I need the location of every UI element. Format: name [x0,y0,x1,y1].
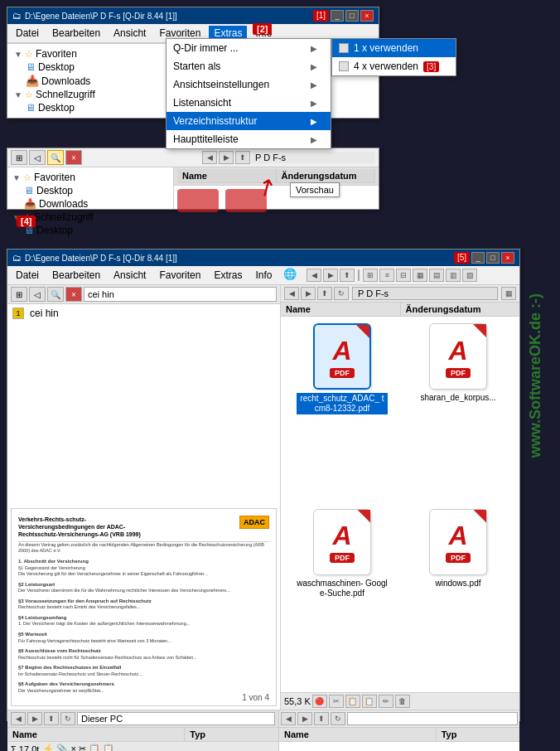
main-view-1[interactable]: ⊞ [363,269,378,282]
bl-name-header: Name [7,728,185,741]
dropdown-arrow-1: ▶ [311,62,317,71]
br-nav-4[interactable]: ↻ [331,712,345,725]
menu-ansicht[interactable]: Ansicht [109,26,151,41]
title-controls-top: [1] _ □ × [313,10,374,22]
main-view-7[interactable]: ▧ [462,269,477,282]
file-item-3[interactable]: A PDF windows.pdf [403,509,513,686]
maximize-btn-main[interactable]: □ [486,252,500,264]
menu-datei[interactable]: Datei [11,26,44,41]
mid-tree-downloads[interactable]: 📥 Downloads [11,197,170,211]
acrobat-symbol-2: A [332,521,351,551]
submenu-4x[interactable]: 4 x verwenden [3] [332,57,456,75]
tree-label-schnell: Schnellzugriff [36,89,95,100]
bl-sum-label: Σ 17 0t [11,744,39,752]
file-item-1[interactable]: A PDF sharan_de_korpus... [403,323,513,502]
title-text-main: 🗂 D:\Egene Dateien\P D F-s [Q-Dir 8.44 [… [12,253,177,263]
file-btn-1[interactable]: 🔴 [312,695,327,708]
main-nav-3[interactable]: ⬆ [340,269,355,282]
expand-arrow-2: ▼ [14,90,22,99]
main-menu-ansicht[interactable]: Ansicht [109,268,151,283]
close-btn-main[interactable]: × [501,252,514,264]
mid-tree-favoriten[interactable]: ▼ ☆ Favoriten [11,171,170,184]
main-menu-info[interactable]: Info [250,268,277,283]
file-btn-rename[interactable]: ✏ [379,695,393,708]
minimize-btn-top[interactable]: _ [331,10,344,22]
title-bar-main: 🗂 D:\Egene Dateien\P D F-s [Q-Dir 8.44 [… [7,250,519,266]
lt-back-btn[interactable]: ◁ [29,287,46,302]
br-nav-1[interactable]: ◀ [281,712,296,725]
dropdown-haupttitel[interactable]: Haupttitelleiste ▶ [167,130,331,148]
main-view-3[interactable]: ⊟ [396,269,411,282]
main-nav-2[interactable]: ▶ [323,269,338,282]
main-view-6[interactable]: ▥ [446,269,461,282]
maximize-btn-top[interactable]: □ [345,10,359,22]
file-item-2[interactable]: A PDF waschmaschinen- Google-Suche.pdf [287,509,397,686]
pdf-corner-2 [357,510,370,523]
pdf-icon-0: A PDF [313,323,371,390]
bl-nav-1[interactable]: ◀ [11,712,26,725]
main-menu-extras[interactable]: Extras [209,268,247,283]
main-menu-favoriten[interactable]: Favoriten [154,268,205,283]
nav-up-btn[interactable]: ⬆ [235,151,250,164]
main-view-2[interactable]: ≡ [379,269,394,282]
right-nav-refresh[interactable]: ↻ [334,287,349,300]
bl-nav-4[interactable]: ↻ [60,712,75,725]
tree-label-desktop-1: Desktop [38,61,75,73]
search-input[interactable] [84,287,277,302]
br-nav-3[interactable]: ⬆ [314,712,329,725]
pdf-corner-0 [356,325,369,338]
dropdown-listenansicht[interactable]: Listenansicht ▶ [167,94,331,112]
left-tree-1[interactable]: 1 cei hin [9,306,278,321]
main-menu-datei[interactable]: Datei [11,268,44,283]
dropdown-starten-als[interactable]: Starten als ▶ [167,57,331,75]
bl-nav-2[interactable]: ▶ [27,712,42,725]
bl-nav-3[interactable]: ⬆ [44,712,59,725]
mid-desktop-label: Desktop [36,185,73,196]
right-nav-back[interactable]: ◀ [284,287,299,300]
nav-fwd-btn[interactable]: ▶ [219,151,234,164]
desktop-folder-icon-1: 🖥 [26,61,36,73]
nav-back-btn[interactable]: ◀ [202,151,217,164]
mid-schnell-label: Schnellzugriff [34,211,94,223]
lt-close-btn[interactable]: × [65,287,82,302]
tb-search-btn[interactable]: 🔍 [47,150,64,165]
middle-tree: ▼ ☆ Favoriten 🖥 Desktop 📥 Downloads ▼ ☆ … [7,167,173,209]
tb-grid-btn[interactable]: ⊞ [11,150,27,165]
dropdown-qdir-immer[interactable]: Q-Dir immer ... ▶ [167,39,331,57]
file-btn-delete[interactable]: 🗑 [395,695,410,708]
tb-back-btn[interactable]: ◁ [29,150,46,165]
submenu-check-1x [339,43,349,53]
right-view-btn[interactable]: ▦ [501,287,516,300]
lt-grid-btn[interactable]: ⊞ [11,287,27,302]
title-label-main: D:\Egene Dateien\P D F-s [Q-Dir 8.44 [1]… [25,254,177,263]
lt-search-btn[interactable]: 🔍 [47,287,64,302]
right-nav-fwd[interactable]: ▶ [301,287,316,300]
minimize-btn-main[interactable]: _ [471,252,485,264]
menu-bearbeiten[interactable]: Bearbeiten [47,26,105,41]
num-label-5: [5] [454,252,470,264]
close-btn-top[interactable]: × [360,10,374,22]
file-btn-copy[interactable]: 📋 [345,695,360,708]
file-btn-paste[interactable]: 📋 [362,695,377,708]
right-nav-up[interactable]: ⬆ [317,287,332,300]
submenu-1x[interactable]: 1 x verwenden [332,39,456,57]
main-view-4[interactable]: ▦ [413,269,427,282]
dropdown-verzeichnis[interactable]: Verzeichnisstruktur ▶ [167,112,331,130]
bottom-left-toolbar: ◀ ▶ ⬆ ↻ Dieser PC [7,710,278,728]
mid-file-1[interactable] [177,189,219,212]
file-size-label: 55,3 K [284,696,311,706]
file-name-2: waschmaschinen- Google-Suche.pdf [297,579,388,598]
main-menu-bearbeiten[interactable]: Bearbeiten [47,268,105,283]
num-label-3: [3] [423,61,439,72]
bottom-panels: ◀ ▶ ⬆ ↻ Dieser PC Name Typ Σ 17 0t ⚡ 📎 ×… [7,710,519,751]
label-4-badge: [4] [17,216,36,227]
main-nav-1[interactable]: ◀ [307,269,321,282]
submenu-check-4x [339,61,349,71]
tb-close-btn[interactable]: × [65,150,82,165]
mid-tree-desktop[interactable]: 🖥 Desktop [11,184,170,197]
file-btn-scissors[interactable]: ✂ [329,695,344,708]
br-nav-2[interactable]: ▶ [297,712,312,725]
file-item-0[interactable]: A PDF recht_schutz_ADAC_ tcm8-12332.pdf [287,323,397,502]
dropdown-ansicht[interactable]: Ansichtseinstellungen ▶ [167,75,331,94]
main-view-5[interactable]: ▤ [429,269,444,282]
